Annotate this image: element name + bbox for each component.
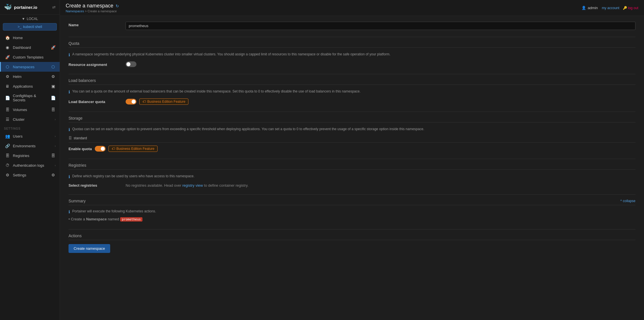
resource-assignment-toggle[interactable] [126,61,136,67]
quota-info-box: ℹ A namespace segments the underlying ph… [69,52,635,58]
sidebar-item-settings[interactable]: ⚙ Settings ⚙ [0,170,60,180]
breadcrumb: Namespaces > Create a namespace [66,9,119,13]
sidebar-item-label: Registries [13,154,48,158]
sidebar-item-label: ConfigMaps & Secrets [13,94,48,102]
sidebar-item-auth-logs[interactable]: ⏱ Authentication logs › [0,160,60,170]
namespaces-icon: ⬡ [5,65,10,69]
registries-nav-icon: 🗄 [51,153,56,158]
home-icon: 🏠 [5,35,10,40]
storage-info-text: Quotas can be set on each storage option… [72,126,424,132]
sidebar-item-configmaps[interactable]: 📄 ConfigMaps & Secrets 📄 [0,91,60,105]
info-icon: ℹ [69,52,70,58]
actions-section: Actions Create namespace [69,234,635,253]
breadcrumb-parent[interactable]: Namespaces [66,9,84,13]
storage-be-badge: 🏷 Business Edition Feature [108,146,158,152]
sidebar-item-label: Dashboard [13,45,48,50]
my-account-link[interactable]: my account [602,6,619,10]
sidebar-item-namespaces[interactable]: ⬡ Namespaces ⬡ [0,62,60,72]
load-balancers-section: Load balancers ℹ You can set a quota on … [69,78,635,105]
registries-icon: 🗄 [5,153,10,158]
topbar: Create a namespace ↻ Namespaces > Create… [60,0,644,16]
users-arrow-icon: › [55,135,56,138]
lb-be-badge-text: Business Edition Feature [147,100,185,104]
storage-be-badge-icon: 🏷 [112,147,115,151]
storage-info-box: ℹ Quotas can be set on each storage opti… [69,126,635,133]
page-title: Create a namespace [66,3,113,9]
admin-label: 👤 admin [581,6,598,10]
collapse-link[interactable]: ^ collapse [620,199,635,203]
sidebar: 🐳 portainer.io ⇄ ▼ LOCAL >_ kubectl shel… [0,0,60,320]
registries-section: Registries ℹ Define which registry can b… [69,163,635,188]
sidebar-item-home[interactable]: 🏠 Home [0,33,60,43]
breadcrumb-current: Create a namespace [88,9,117,13]
topbar-links: my account 🔑 log out [602,6,638,10]
user-icon: 👤 [581,6,586,10]
sidebar-item-helm[interactable]: ⚙ Helm ⚙ [0,72,60,81]
quota-info-text: A namespace segments the underlying phys… [72,52,391,57]
enable-quota-toggle[interactable] [95,146,106,152]
storage-class-row: 🗄 standard [69,136,635,140]
summary-section: Summary ^ collapse ℹ Portainer will exec… [69,199,635,222]
namespaces-nav-icon: ⬡ [51,65,56,69]
quota-section-header: Quota [69,41,635,48]
storage-section-header: Storage [69,116,635,122]
storage-be-badge-text: Business Edition Feature [116,147,154,151]
kubectl-shell-button[interactable]: >_ kubectl shell [3,23,57,31]
applications-icon: 🖥 [5,84,10,88]
cluster-icon: ☰ [5,117,10,122]
sidebar-item-registries[interactable]: 🗄 Registries 🗄 [0,151,60,160]
storage-class-icon: 🗄 [69,136,72,140]
registries-section-header: Registries [69,163,635,170]
summary-prefix: • Create a [69,217,85,221]
logo: 🐳 portainer.io ⇄ [0,0,60,15]
lb-quota-field: 🏷 Business Edition Feature [126,98,635,105]
configmaps-icon: 📄 [5,96,10,100]
volumes-icon: 🗄 [5,107,10,112]
auth-logs-arrow-icon: › [55,164,56,167]
lb-section-header: Load balancers [69,78,635,85]
dashboard-icon: ◉ [5,45,10,50]
kubectl-icon: >_ [18,25,22,29]
name-input[interactable] [126,22,635,30]
sidebar-item-volumes[interactable]: 🗄 Volumes 🗄 [0,105,60,114]
sidebar-item-label: Environments [13,144,52,148]
summary-mid: named [108,217,119,221]
refresh-icon[interactable]: ↻ [116,4,119,8]
lb-info-text: You can set a quota on the amount of ext… [72,89,361,94]
breadcrumb-separator: > [85,9,87,13]
lb-quota-row: Load Balancer quota 🏷 Business Edition F… [69,98,635,105]
name-label: Name [69,22,126,27]
logout-text: log out [628,6,638,10]
sidebar-item-users[interactable]: 👥 Users › [0,131,60,141]
sidebar-item-dashboard[interactable]: ◉ Dashboard 🚀 [0,43,60,52]
cluster-arrow-icon: › [55,118,56,121]
sidebar-item-applications[interactable]: 🖥 Applications ▣ [0,81,60,91]
main-area: Create a namespace ↻ Namespaces > Create… [60,0,644,320]
sidebar-item-label: Authentication logs [13,163,52,168]
sidebar-item-label: Cluster [13,117,52,122]
registries-value: No registries available. Head over regis… [126,183,635,188]
volumes-nav-icon: 🗄 [51,107,56,112]
name-section: Name [69,22,635,30]
environments-icon: 🔗 [5,144,10,148]
registry-view-link[interactable]: registry view [182,183,203,188]
logout-link[interactable]: 🔑 log out [623,6,638,10]
content-area: Name Quota ℹ A namespace segments the un… [60,16,644,320]
lb-quota-toggle[interactable] [126,99,136,104]
registries-info-icon: ℹ [69,174,70,180]
sidebar-item-environments[interactable]: 🔗 Environments › [0,141,60,151]
sidebar-item-cluster[interactable]: ☰ Cluster › [0,114,60,124]
auth-logs-icon: ⏱ [5,163,10,168]
transfer-icon: ⇄ [52,5,56,9]
summary-title: Summary [69,199,86,203]
actions-title: Actions [69,234,635,240]
env-arrow: ▼ [22,17,25,21]
sidebar-item-custom-templates[interactable]: 🚀 Custom Templates [0,52,60,62]
logout-icon: 🔑 [623,6,627,10]
lb-be-badge: 🏷 Business Edition Feature [139,98,188,105]
create-namespace-button[interactable]: Create namespace [69,244,110,253]
lb-toggle-slider [126,99,136,104]
toggle-slider [126,61,136,67]
select-registries-row: Select registries No registries availabl… [69,183,635,188]
summary-action-text: • Create a Namespace named prometheus [69,216,635,222]
